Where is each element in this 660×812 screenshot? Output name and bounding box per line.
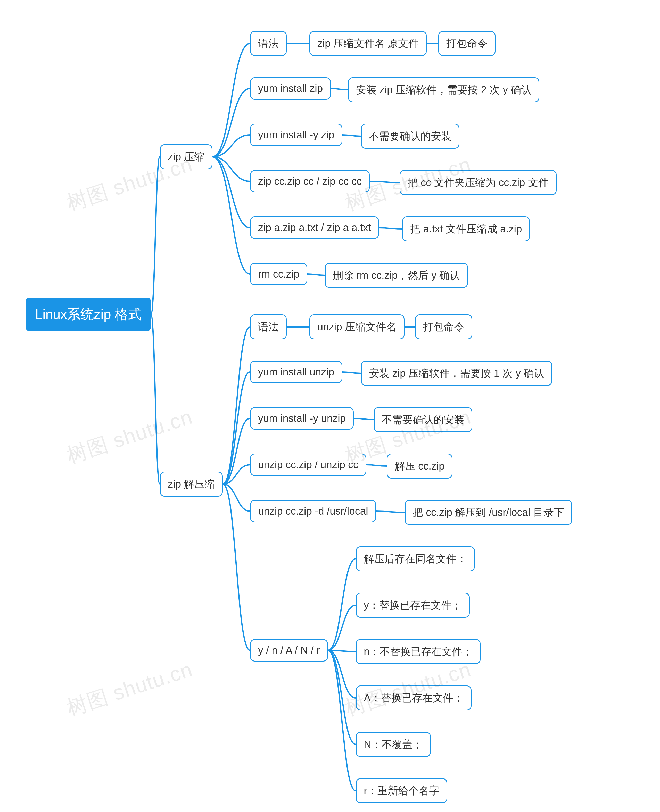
node-N-nocover: N：不覆盖； <box>356 732 431 757</box>
branch-zip-decompress: zip 解压缩 <box>160 472 223 497</box>
node-cc-folder-compress: 把 cc 文件夹压缩为 cc.zip 文件 <box>400 170 557 195</box>
node-unzip-d: unzip cc.zip -d /usr/local <box>250 500 376 522</box>
node-no-confirm-1: 不需要确认的安装 <box>361 124 459 149</box>
node-ynANr: y / n / A / N / r <box>250 639 328 662</box>
node-install-note-1: 安装 zip 压缩软件，需要按 1 次 y 确认 <box>361 361 552 386</box>
node-unzip-cc: 解压 cc.zip <box>387 454 452 478</box>
node-rm-confirm: 删除 rm cc.zip，然后 y 确认 <box>325 263 468 288</box>
node-A-replace: A：替换已存在文件； <box>356 685 471 711</box>
watermark: 树图 shutu.cn <box>63 403 196 470</box>
connector-lines <box>0 0 660 812</box>
node-yum-install-y-zip: yum install -y zip <box>250 124 343 146</box>
node-syntax-1: 语法 <box>250 31 287 56</box>
node-n-noreplace: n：不替换已存在文件； <box>356 639 481 664</box>
node-no-confirm-2: 不需要确认的安装 <box>374 407 472 432</box>
node-yum-install-y-unzip: yum install -y unzip <box>250 407 354 430</box>
node-syntax-2: 语法 <box>250 314 287 339</box>
watermark: 树图 shutu.cn <box>63 655 196 722</box>
node-pack-cmd-2: 打包命令 <box>415 314 472 339</box>
node-yum-install-zip: yum install zip <box>250 77 331 100</box>
node-zip-cczip: zip cc.zip cc / zip cc cc <box>250 170 370 193</box>
node-y-replace: y：替换已存在文件； <box>356 593 470 618</box>
node-zip-azip: zip a.zip a.txt / zip a a.txt <box>250 217 379 239</box>
node-install-note-2: 安装 zip 压缩软件，需要按 2 次 y 确认 <box>348 77 539 102</box>
node-yum-install-unzip: yum install unzip <box>250 361 343 383</box>
node-rm-cczip: rm cc.zip <box>250 263 307 285</box>
node-unzip-syntax-detail: unzip 压缩文件名 <box>309 314 405 339</box>
node-unzip-to-usrlocal: 把 cc.zip 解压到 /usr/local 目录下 <box>405 500 572 525</box>
node-syntax-detail-1: zip 压缩文件名 原文件 <box>309 31 427 56</box>
node-pack-cmd-1: 打包命令 <box>438 31 495 56</box>
branch-zip-compress: zip 压缩 <box>160 144 213 169</box>
node-atxt-compress: 把 a.txt 文件压缩成 a.zip <box>402 217 530 241</box>
root-node: Linux系统zip 格式 <box>26 298 151 331</box>
node-unzip-cczip: unzip cc.zip / unzip cc <box>250 454 366 476</box>
node-same-name-file: 解压后存在同名文件： <box>356 546 475 571</box>
node-r-rename: r：重新给个名字 <box>356 778 447 803</box>
